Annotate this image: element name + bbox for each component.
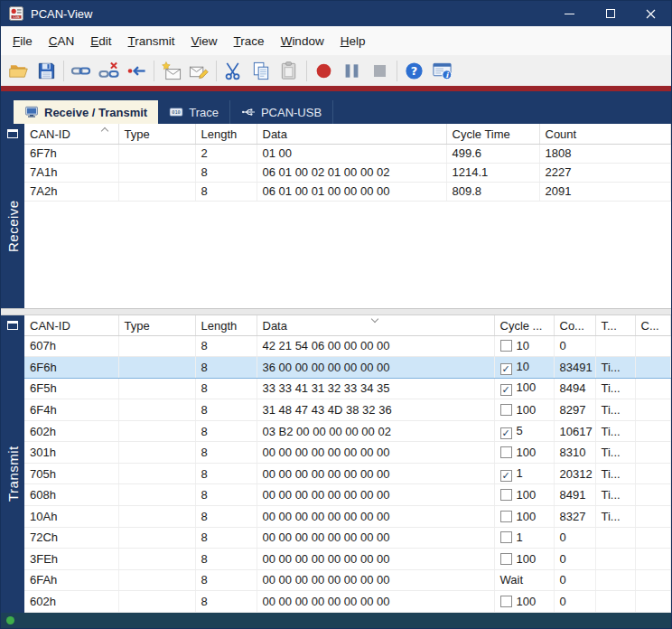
receive-row[interactable]: 7A2h806 01 00 01 00 00 00 00809.82091 (24, 182, 671, 201)
disconnect-button[interactable] (95, 57, 123, 84)
tab-trace[interactable]: 010Trace (158, 100, 230, 124)
cycle-checkbox[interactable]: ✓ (500, 427, 512, 439)
copy-button[interactable] (247, 57, 275, 84)
cycle-checkbox[interactable] (500, 489, 512, 501)
minimize-button[interactable] (549, 1, 590, 26)
column-header-c[interactable]: C... (635, 315, 671, 335)
cell-trigger (595, 335, 635, 357)
maximize-icon (606, 9, 615, 18)
transmit-panel-menu-button[interactable] (1, 315, 24, 335)
column-header-data[interactable]: Data (257, 124, 446, 144)
cell-type (118, 463, 195, 484)
transmit-row[interactable]: 6F5h833 33 41 31 32 33 34 35✓1008494Ti..… (24, 378, 671, 399)
save-button[interactable] (33, 57, 61, 84)
menu-view[interactable]: View (183, 29, 226, 53)
transmit-row[interactable]: 3FEh800 00 00 00 00 00 00 001000 (24, 549, 671, 570)
menu-transmit[interactable]: Transmit (120, 29, 183, 53)
tab-pcan-usb[interactable]: PCAN-USB (230, 100, 333, 124)
toolbar-separator (154, 61, 154, 81)
transmit-row[interactable]: 607h842 21 54 06 00 00 00 00100 (24, 335, 671, 357)
cell-cycle: ✓100 (494, 378, 554, 399)
disconnect-icon (98, 61, 119, 81)
trace-panel-button[interactable]: i (428, 57, 456, 84)
paste-button[interactable] (275, 57, 303, 84)
transmit-row[interactable]: 301h800 00 00 00 00 00 00 001008310Ti... (24, 442, 671, 464)
cell-count: 8494 (554, 378, 595, 399)
cycle-checkbox[interactable] (500, 531, 512, 543)
column-header-can-id[interactable]: CAN-ID (24, 315, 118, 335)
transmit-row[interactable]: 6F6h836 00 00 00 00 00 00 00✓1083491Ti..… (24, 357, 671, 379)
app-icon: CAN (9, 6, 23, 21)
cycle-checkbox[interactable] (500, 511, 512, 522)
cut-button[interactable] (219, 57, 247, 84)
record-button[interactable] (310, 57, 338, 84)
cell-comment (635, 569, 671, 591)
column-header-type[interactable]: Type (118, 315, 195, 335)
cycle-checkbox[interactable]: ✓ (500, 470, 512, 482)
column-header-can-id[interactable]: CAN-ID (24, 124, 118, 144)
close-button[interactable] (630, 1, 671, 26)
connect-button[interactable] (67, 57, 95, 84)
cell-type (118, 378, 195, 399)
column-header-type[interactable]: Type (118, 124, 195, 144)
menu-file[interactable]: File (5, 29, 41, 53)
cycle-checkbox[interactable] (500, 340, 512, 352)
menu-trace[interactable]: Trace (226, 29, 273, 53)
toolbar-separator (397, 61, 397, 81)
tab-receive-transmit[interactable]: Receive / Transmit (14, 100, 158, 124)
pause-button[interactable] (338, 57, 366, 84)
receive-row[interactable]: 6F7h201 00499.61808 (24, 144, 671, 163)
cycle-checkbox[interactable] (500, 596, 512, 607)
cell-cycle: 100 (494, 399, 554, 421)
cell-type (118, 506, 195, 528)
transmit-row[interactable]: 705h800 00 00 00 00 00 00 00✓120312Ti... (24, 463, 671, 484)
open-button[interactable] (5, 57, 33, 84)
cell-type (118, 399, 195, 421)
column-header-length[interactable]: Length (195, 315, 257, 335)
cycle-checkbox[interactable] (500, 404, 512, 416)
help-button[interactable]: ? (400, 57, 428, 84)
transmit-row[interactable]: 602h803 B2 00 00 00 00 00 02✓510617Ti... (24, 420, 671, 442)
cell-can-id: 3FEh (24, 549, 118, 570)
copy-icon (251, 61, 272, 81)
maximize-button[interactable] (590, 1, 630, 26)
cell-trigger: Ti... (595, 463, 635, 484)
cell-cycle: ✓1 (494, 463, 554, 484)
sort-up-icon (101, 127, 108, 135)
tab-label: Receive / Transmit (44, 106, 147, 119)
menu-help[interactable]: Help (332, 29, 374, 53)
cell-length: 8 (195, 591, 257, 613)
cell-count: 8297 (554, 399, 595, 421)
column-header-co[interactable]: Co... (554, 315, 595, 335)
column-header-count[interactable]: Count (539, 124, 671, 144)
receive-row[interactable]: 7A1h806 01 00 02 01 00 00 021214.12227 (24, 163, 671, 182)
tab-label: PCAN-USB (261, 106, 322, 119)
transmit-row[interactable]: 10Ah800 00 00 00 00 00 00 001008327Ti... (24, 506, 671, 528)
receive-panel-menu-button[interactable] (1, 124, 24, 144)
transmit-row[interactable]: 6FAh800 00 00 00 00 00 00 00Wait0 (24, 569, 671, 591)
column-header-data[interactable]: Data (257, 315, 494, 335)
menu-can[interactable]: CAN (41, 29, 83, 53)
transmit-header-row: CAN-IDTypeLengthDataCycle ...Co...T...C.… (24, 315, 671, 335)
transmit-row[interactable]: 6F4h831 48 47 43 4D 38 32 361008297Ti... (24, 399, 671, 421)
cell-can-id: 608h (24, 484, 118, 506)
reset-button[interactable] (123, 57, 151, 84)
cell-comment (635, 378, 671, 399)
menu-window[interactable]: Window (273, 29, 332, 53)
new-message-button[interactable] (157, 57, 185, 84)
column-header-cycle-time[interactable]: Cycle Time (446, 124, 539, 144)
transmit-row[interactable]: 72Ch800 00 00 00 00 00 00 0010 (24, 527, 671, 549)
cell-length: 8 (195, 357, 257, 379)
column-header-cycle[interactable]: Cycle ... (494, 315, 554, 335)
edit-message-button[interactable] (185, 57, 213, 84)
column-header-t[interactable]: T... (595, 315, 635, 335)
transmit-row[interactable]: 602h800 00 00 00 00 00 00 001000 (24, 591, 671, 613)
stop-button[interactable] (366, 57, 394, 84)
menu-edit[interactable]: Edit (82, 29, 119, 53)
cycle-checkbox[interactable]: ✓ (500, 384, 512, 396)
column-header-length[interactable]: Length (195, 124, 257, 144)
transmit-row[interactable]: 608h800 00 00 00 00 00 00 001008491Ti... (24, 484, 671, 506)
cycle-checkbox[interactable] (500, 446, 512, 458)
cycle-checkbox[interactable] (500, 553, 512, 565)
cycle-checkbox[interactable]: ✓ (500, 363, 512, 375)
